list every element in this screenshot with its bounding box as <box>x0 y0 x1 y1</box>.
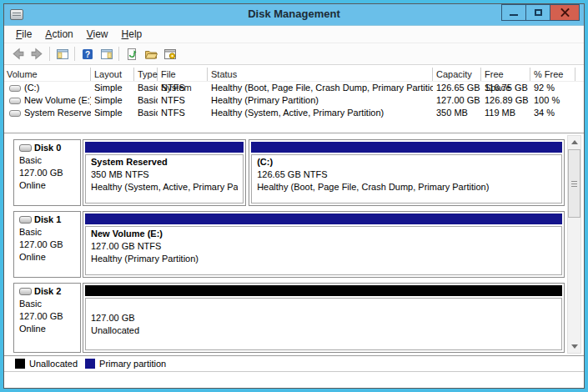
partition-color-bar <box>251 142 562 153</box>
disk-manager-button[interactable] <box>160 45 179 63</box>
menu-file[interactable]: File <box>9 27 38 42</box>
minimize-button[interactable] <box>501 4 526 21</box>
back-icon <box>11 47 25 61</box>
partition-status: Healthy (Primary Partition) <box>91 253 556 265</box>
statusbar <box>4 371 584 389</box>
help-button[interactable]: ? <box>78 45 97 63</box>
scroll-down-button[interactable] <box>568 340 580 353</box>
volume-cell-type: Basic <box>134 94 158 107</box>
console-tree-button[interactable] <box>53 45 72 63</box>
column-header-pct-free[interactable]: % Free <box>530 68 575 81</box>
partition-size: 350 MB NTFS <box>91 168 238 181</box>
partition[interactable]: System Reserved350 MB NTFSHealthy (Syste… <box>83 139 246 206</box>
disk-label-pane[interactable]: Disk 1Basic127.00 GBOnline <box>13 211 81 278</box>
column-header-volume[interactable]: Volume <box>4 68 91 81</box>
volume-name-text: System Reserved <box>24 107 91 119</box>
partition[interactable]: 127.00 GBUnallocated <box>83 283 565 353</box>
back-button[interactable] <box>8 45 28 63</box>
partition-body: (C:)126.65 GB NTFSHealthy (Boot, Page Fi… <box>251 154 562 204</box>
disk-state: Online <box>19 323 80 335</box>
vertical-scrollbar[interactable] <box>567 135 581 354</box>
disk-type: Basic <box>19 298 80 310</box>
volume-cell-capacity: 350 MB <box>433 107 481 119</box>
volume-cell-type: Basic <box>134 82 158 94</box>
menu-action[interactable]: Action <box>38 27 79 42</box>
column-header-status[interactable]: Status <box>208 68 433 81</box>
volume-cell-pct-free: 34 % <box>530 107 575 119</box>
menu-view[interactable]: View <box>80 27 115 42</box>
menubar: File Action View Help <box>4 26 584 43</box>
disk-state: Online <box>19 251 80 264</box>
partitions-container: New Volume (E:)127.00 GB NTFSHealthy (Pr… <box>83 211 565 278</box>
disk-label-pane[interactable]: Disk 2Basic127.00 GBOnline <box>13 283 81 353</box>
disk-state: Online <box>19 179 80 192</box>
partition-name: System Reserved <box>91 156 238 168</box>
volume-cell-capacity: 126.65 GB <box>433 82 481 94</box>
column-header-capacity[interactable]: Capacity <box>433 68 481 81</box>
toolbar-separator <box>49 47 50 61</box>
window-inner: Disk Management File Action View Help <box>3 3 585 389</box>
menu-help[interactable]: Help <box>115 27 149 42</box>
toolbar-separator <box>74 47 75 61</box>
partition-name: (C:) <box>257 156 556 168</box>
volume-cell-name: System Reserved <box>4 107 91 119</box>
volume-row[interactable]: New Volume (E:)SimpleBasicNTFSHealthy (P… <box>4 94 584 107</box>
volume-name-text: New Volume (E:) <box>24 94 91 107</box>
partitions-container: 127.00 GBUnallocated <box>83 283 565 353</box>
volume-table-header: Volume Layout Type File System Status Ca… <box>4 68 584 82</box>
window-controls <box>502 4 580 21</box>
disk-icon <box>19 288 32 295</box>
titlebar[interactable]: Disk Management <box>4 4 584 26</box>
volume-cell-free-space: 119 MB <box>481 107 530 119</box>
column-header-free-space[interactable]: Free Space <box>481 68 530 81</box>
volume-row[interactable]: System ReservedSimpleBasicNTFSHealthy (S… <box>4 107 584 119</box>
disk-type: Basic <box>19 154 80 167</box>
partition-color-bar <box>85 142 244 153</box>
partition[interactable]: New Volume (E:)127.00 GB NTFSHealthy (Pr… <box>83 211 565 278</box>
volume-cell-pct-free: 100 % <box>530 94 575 107</box>
action-pane-button[interactable] <box>97 45 116 63</box>
volume-row[interactable]: (C:)SimpleBasicNTFSHealthy (Boot, Page F… <box>4 82 584 94</box>
forward-icon <box>30 47 44 61</box>
column-header-type[interactable]: Type <box>134 68 158 81</box>
volume-icon <box>9 98 21 104</box>
partition[interactable]: (C:)126.65 GB NTFSHealthy (Boot, Page Fi… <box>249 139 565 206</box>
disk-name: Disk 1 <box>34 214 61 224</box>
partition-legend: UnallocatedPrimary partition <box>4 355 584 371</box>
volume-cell-type: Basic <box>134 107 158 119</box>
column-header-file-system[interactable]: File System <box>158 68 208 81</box>
scrollbar-thumb[interactable] <box>568 149 580 218</box>
partition-status: Healthy (Boot, Page File, Crash Dump, Pr… <box>257 181 556 193</box>
scroll-up-button[interactable] <box>568 136 580 148</box>
disk-title-line: Disk 0 <box>19 142 80 154</box>
volume-cell-status: Healthy (System, Active, Primary Partiti… <box>208 107 433 119</box>
disk-label-pane[interactable]: Disk 0Basic127.00 GBOnline <box>13 139 81 206</box>
partition-name <box>91 299 556 312</box>
properties-button[interactable] <box>141 45 160 63</box>
volume-cell-layout: Simple <box>91 107 134 119</box>
column-header-layout[interactable]: Layout <box>91 68 134 81</box>
grip-icon <box>571 186 577 187</box>
volume-cell-layout: Simple <box>91 82 134 94</box>
volume-cell-status: Healthy (Primary Partition) <box>208 94 433 107</box>
disk-row: Disk 2Basic127.00 GBOnline127.00 GBUnall… <box>13 283 565 353</box>
chevron-up-icon <box>571 140 578 144</box>
legend-item: Primary partition <box>85 359 166 369</box>
refresh-button[interactable] <box>122 45 141 63</box>
toolbar: ? <box>4 43 584 65</box>
volume-icon <box>9 110 21 117</box>
close-button[interactable] <box>550 4 580 21</box>
maximize-icon <box>535 9 542 16</box>
disk-icon <box>19 216 32 224</box>
legend-item: Unallocated <box>15 359 78 369</box>
forward-button[interactable] <box>28 45 47 63</box>
legend-label: Unallocated <box>29 359 78 369</box>
volume-cell-file-system: NTFS <box>158 107 208 119</box>
graphical-view-pane: Disk 0Basic127.00 GBOnlineSystem Reserve… <box>4 133 584 371</box>
volume-icon <box>9 85 21 92</box>
volume-table-body: (C:)SimpleBasicNTFSHealthy (Boot, Page F… <box>4 82 584 119</box>
minimize-icon <box>510 14 518 16</box>
maximize-button[interactable] <box>525 4 550 21</box>
partition-size: 127.00 GB <box>91 312 556 324</box>
volume-cell-status: Healthy (Boot, Page File, Crash Dump, Pr… <box>208 82 433 94</box>
